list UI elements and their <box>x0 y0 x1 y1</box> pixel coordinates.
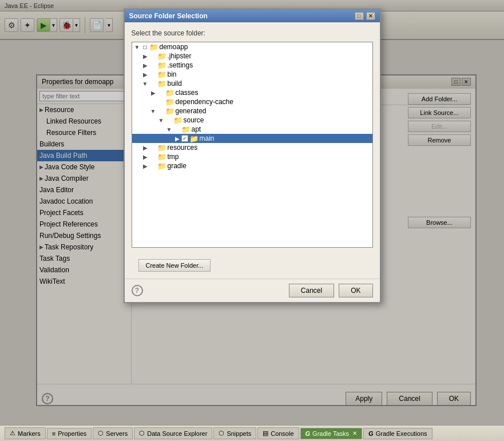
gradle-tasks-icon: G <box>305 430 311 437</box>
snippets-label: Snippets <box>227 430 251 437</box>
node-label-bin: bin <box>168 70 177 78</box>
tree-node-demoapp[interactable]: ▼ □ 📁 demoapp <box>132 42 372 51</box>
snippets-icon: ⬡ <box>219 430 224 437</box>
node-label-demoapp: demoapp <box>160 43 188 51</box>
tab-console[interactable]: ▤ Console <box>257 427 299 439</box>
gradle-tasks-close[interactable]: ✕ <box>352 430 357 436</box>
expand-resources[interactable]: ▶ <box>141 144 149 152</box>
node-label-jhipster: .jhipster <box>168 52 192 60</box>
markers-label: Markers <box>18 430 41 437</box>
servers-icon: ⬡ <box>98 430 104 437</box>
folder-icon-apt: 📁 <box>181 125 191 133</box>
folder-icon-source: 📁 <box>173 116 182 124</box>
dialog-close-btn[interactable]: ✕ <box>366 12 375 20</box>
folder-icon-build: 📁 <box>157 80 166 88</box>
checkbox-empty-demoapp: □ <box>141 44 149 50</box>
tree-node-source[interactable]: ▼ 📁 source <box>132 116 372 125</box>
source-folder-dialog: Source Folder Selection □ ✕ Select the s… <box>124 9 381 303</box>
tab-gradle-executions[interactable]: G Gradle Executions <box>363 428 432 439</box>
tab-gradle-tasks[interactable]: G Gradle Tasks ✕ <box>300 428 363 439</box>
console-icon: ▤ <box>263 430 268 437</box>
folder-icon-bin: 📁 <box>157 70 166 78</box>
node-label-resources: resources <box>168 144 198 152</box>
dialog-footer: ? Cancel OK <box>125 279 380 302</box>
folder-icon-jhipster: 📁 <box>157 52 166 60</box>
tree-node-main[interactable]: ▶ ✓ 📁 main <box>132 134 372 143</box>
tree-node-apt[interactable]: ▼ 📁 apt <box>132 125 372 134</box>
folder-icon-tmp: 📁 <box>157 153 166 161</box>
data-source-icon: ⬡ <box>139 430 145 437</box>
expand-demoapp[interactable]: ▼ <box>133 43 141 51</box>
dialog-help-btn[interactable]: ? <box>132 285 143 296</box>
dialog-overlay: Source Folder Selection □ ✕ Select the s… <box>0 0 504 441</box>
expand-gradle[interactable]: ▶ <box>141 162 149 170</box>
dialog-instruction: Select the source folder: <box>132 29 373 37</box>
gradle-tasks-label: Gradle Tasks <box>312 430 349 437</box>
node-label-generated: generated <box>176 107 207 115</box>
console-label: Console <box>271 430 293 437</box>
expand-build[interactable]: ▼ <box>141 80 149 88</box>
tree-node-settings[interactable]: ▶ 📁 .settings <box>132 61 372 70</box>
properties-icon: ≡ <box>52 430 55 437</box>
dialog-content: Select the source folder: ▼ □ 📁 demoapp … <box>125 22 380 255</box>
dialog-titlebar: Source Folder Selection □ ✕ <box>125 10 380 22</box>
node-label-dep: dependency-cache <box>176 98 233 106</box>
folder-icon-dep: 📁 <box>165 98 174 106</box>
gradle-executions-icon: G <box>368 430 374 437</box>
tree-node-generated[interactable]: ▼ 📁 generated <box>132 106 372 116</box>
tree-node-build[interactable]: ▼ 📁 build <box>132 79 372 88</box>
node-label-settings: .settings <box>168 61 193 69</box>
checkbox-main[interactable]: ✓ <box>181 135 188 142</box>
dialog-ok-btn[interactable]: OK <box>339 284 372 297</box>
node-label-source: source <box>184 116 204 124</box>
folder-icon-classes: 📁 <box>165 89 174 97</box>
expand-jhipster[interactable]: ▶ <box>141 52 149 60</box>
node-label-tmp: tmp <box>168 153 179 161</box>
tree-node-resources[interactable]: ▶ 📁 resources <box>132 143 372 152</box>
properties-tab-label: Properties <box>58 430 86 437</box>
node-label-main: main <box>200 134 215 142</box>
folder-icon-generated: 📁 <box>165 107 174 115</box>
expand-generated[interactable]: ▼ <box>149 107 157 115</box>
tab-markers[interactable]: ⚠ Markers <box>5 427 46 439</box>
tree-node-dependency-cache[interactable]: 📁 dependency-cache <box>132 97 372 106</box>
dialog-action-buttons: Cancel OK <box>289 284 373 297</box>
tab-snippets[interactable]: ⬡ Snippets <box>213 427 256 439</box>
node-label-gradle: gradle <box>168 162 186 170</box>
titlebar-buttons: □ ✕ <box>355 12 375 20</box>
create-new-folder-btn[interactable]: Create New Folder... <box>138 259 211 272</box>
bottom-tabs-bar: ⚠ Markers ≡ Properties ⬡ Servers ⬡ Data … <box>0 425 504 441</box>
servers-label: Servers <box>106 430 128 437</box>
dialog-cancel-btn[interactable]: Cancel <box>289 284 334 297</box>
expand-apt[interactable]: ▼ <box>165 125 173 133</box>
markers-icon: ⚠ <box>10 430 15 437</box>
node-label-apt: apt <box>192 125 201 133</box>
tab-properties[interactable]: ≡ Properties <box>47 428 92 439</box>
tree-node-gradle[interactable]: ▶ 📁 gradle <box>132 161 372 170</box>
gradle-executions-label: Gradle Executions <box>376 430 427 437</box>
folder-icon-main: 📁 <box>189 134 199 142</box>
tree-node-bin[interactable]: ▶ 📁 bin <box>132 70 372 79</box>
tree-node-classes[interactable]: ▶ 📁 classes <box>132 88 372 97</box>
tab-servers[interactable]: ⬡ Servers <box>93 427 133 439</box>
folder-icon-resources: 📁 <box>157 144 166 152</box>
tree-node-tmp[interactable]: ▶ 📁 tmp <box>132 152 372 161</box>
expand-source[interactable]: ▼ <box>157 116 165 124</box>
folder-icon-gradle: 📁 <box>157 162 166 170</box>
expand-main[interactable]: ▶ <box>173 134 181 142</box>
dialog-title: Source Folder Selection <box>129 12 208 20</box>
folder-icon-demoapp: 📁 <box>149 43 158 51</box>
folder-icon-settings: 📁 <box>157 61 166 69</box>
tab-data-source[interactable]: ⬡ Data Source Explorer <box>134 427 212 439</box>
node-label-build: build <box>168 80 182 88</box>
expand-tmp[interactable]: ▶ <box>141 153 149 161</box>
expand-settings[interactable]: ▶ <box>141 61 149 69</box>
data-source-label: Data Source Explorer <box>147 430 207 437</box>
folder-tree[interactable]: ▼ □ 📁 demoapp ▶ 📁 .jhipster ▶ 📁 <box>132 42 373 248</box>
create-folder-container: Create New Folder... <box>125 255 380 279</box>
node-label-classes: classes <box>176 89 199 97</box>
dialog-maximize-btn[interactable]: □ <box>355 12 364 20</box>
expand-bin[interactable]: ▶ <box>141 70 149 78</box>
tree-node-jhipster[interactable]: ▶ 📁 .jhipster <box>132 51 372 61</box>
expand-classes[interactable]: ▶ <box>149 89 157 97</box>
